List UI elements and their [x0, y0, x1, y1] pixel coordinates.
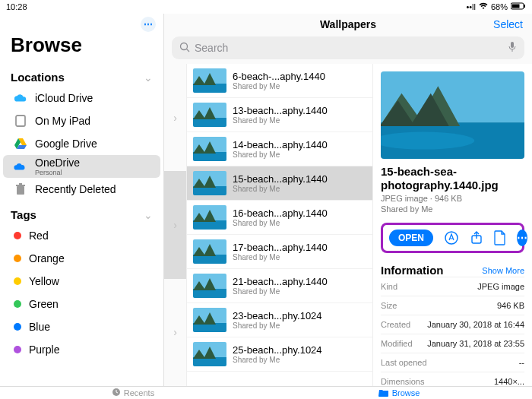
tag-red[interactable]: Red: [3, 224, 160, 247]
tag-blue[interactable]: Blue: [3, 315, 160, 338]
tag-purple[interactable]: Purple: [3, 338, 160, 361]
detail-pane: 15-beach-sea-photography.1440.jpg JPEG i…: [372, 64, 532, 386]
detail-shared: Shared by Me: [381, 204, 524, 214]
share-icon[interactable]: [470, 230, 483, 246]
file-thumbnail: [193, 171, 226, 195]
info-key: Last opened: [381, 358, 427, 367]
tag-dot-icon: [14, 323, 21, 331]
index-column: › › ›: [164, 64, 187, 386]
info-key: Kind: [381, 282, 397, 291]
sidebar-item-icloud-drive[interactable]: iCloud Drive: [3, 87, 160, 109]
sidebar-item-on-my-ipad[interactable]: On My iPad: [3, 109, 160, 132]
file-row[interactable]: 25-beach...phy.1024 Shared by Me: [187, 337, 372, 372]
file-sub: Shared by Me: [233, 82, 325, 90]
info-row: ModifiedJanuary 31, 2018 at 23:55: [381, 334, 524, 353]
trash-icon: [14, 182, 27, 196]
tags-header[interactable]: Tags ⌄: [0, 201, 163, 224]
info-value: 1440×...: [494, 377, 524, 386]
search-icon: [179, 42, 190, 55]
tag-label: Green: [29, 298, 59, 310]
file-thumbnail: [193, 308, 226, 332]
sidebar-item-onedrive[interactable]: OneDrivePersonal: [3, 155, 160, 178]
file-thumbnail: [193, 68, 226, 93]
tag-orange[interactable]: Orange: [3, 247, 160, 270]
battery-pct: 68%: [491, 2, 508, 11]
chevron-down-icon: ⌄: [144, 209, 153, 221]
file-sub: Shared by Me: [233, 321, 322, 330]
file-name: 14-beach...aphy.1440: [233, 139, 328, 150]
file-row[interactable]: 15-beach...aphy.1440 Shared by Me: [187, 166, 372, 201]
sidebar-item-google-drive[interactable]: Google Drive: [3, 132, 160, 155]
sidebar-item-recently-deleted[interactable]: Recently Deleted: [3, 178, 160, 201]
info-value: --: [519, 358, 524, 367]
folder-title: Wallpapers: [320, 18, 376, 30]
tag-green[interactable]: Green: [3, 293, 160, 315]
sidebar-item-label: OneDrive: [35, 157, 80, 169]
tab-bar: Recents Browse: [0, 386, 532, 399]
info-row: Size946 KB: [381, 296, 524, 315]
tab-recents[interactable]: Recents: [0, 387, 266, 399]
tag-yellow[interactable]: Yellow: [3, 270, 160, 293]
info-key: Modified: [381, 339, 413, 348]
info-value: 946 KB: [497, 301, 524, 310]
file-row[interactable]: 23-beach...phy.1024 Shared by Me: [187, 303, 372, 337]
file-sub: Shared by Me: [233, 287, 328, 296]
tab-browse[interactable]: Browse: [266, 387, 532, 399]
svg-point-7: [181, 43, 188, 49]
file-row[interactable]: 21-beach...aphy.1440 Shared by Me: [187, 269, 372, 303]
info-row: Last opened--: [381, 353, 524, 372]
search-placeholder: Search: [195, 42, 228, 54]
file-thumbnail: [193, 103, 226, 127]
tag-dot-icon: [14, 255, 21, 262]
locations-header[interactable]: Locations ⌄: [0, 63, 163, 87]
file-sub: Shared by Me: [233, 185, 328, 193]
file-name: 16-beach...aphy.1440: [233, 207, 328, 219]
file-sub: Shared by Me: [233, 116, 328, 125]
preview-image[interactable]: [381, 71, 524, 159]
document-icon[interactable]: [494, 230, 506, 246]
mic-icon[interactable]: [508, 41, 517, 55]
status-time: 10:28: [6, 2, 27, 11]
ipad-icon: [14, 114, 27, 128]
browse-title: Browse: [0, 32, 163, 63]
info-value: January 31, 2018 at 23:55: [427, 339, 524, 348]
sidebar-item-label: Recently Deleted: [35, 183, 116, 195]
file-row[interactable]: 14-beach...aphy.1440 Shared by Me: [187, 132, 372, 166]
file-sub: Shared by Me: [233, 356, 322, 364]
cloud-icon: [14, 91, 27, 105]
svg-line-8: [187, 49, 190, 52]
wifi-icon: [479, 2, 488, 11]
info-key: Dimensions: [381, 377, 424, 386]
file-row[interactable]: 6-beach-...aphy.1440 Shared by Me: [187, 64, 372, 98]
file-row[interactable]: 13-beach...aphy.1440 Shared by Me: [187, 98, 372, 132]
file-thumbnail: [193, 274, 226, 298]
svg-rect-9: [511, 42, 514, 48]
svg-rect-6: [19, 183, 22, 185]
chevron-down-icon: ⌄: [144, 71, 153, 84]
markup-icon[interactable]: [444, 230, 459, 246]
info-row: Dimensions1440×...: [381, 372, 524, 386]
sidebar-item-label: iCloud Drive: [35, 92, 93, 104]
info-value: January 30, 2018 at 16:44: [427, 320, 524, 329]
sidebar-item-label: Google Drive: [35, 138, 97, 150]
search-input[interactable]: Search: [172, 36, 524, 59]
file-row[interactable]: 16-beach...aphy.1440 Shared by Me: [187, 201, 372, 235]
info-row: CreatedJanuary 30, 2018 at 16:44: [381, 315, 524, 334]
more-icon[interactable]: ⋯: [517, 230, 527, 246]
file-thumbnail: [193, 239, 226, 264]
file-name: 23-beach...phy.1024: [233, 310, 322, 321]
status-bar: 10:28 ••ll 68%: [0, 0, 532, 14]
file-name: 17-beach...aphy.1440: [233, 242, 328, 253]
tag-dot-icon: [14, 300, 21, 308]
sidebar-more-button[interactable]: ⋯: [141, 17, 156, 32]
info-value: JPEG image: [477, 282, 524, 291]
sidebar-item-label: On My iPad: [35, 115, 90, 127]
content-pane: Wallpapers Select Search › › › 6-beach-.…: [164, 14, 532, 386]
tag-label: Red: [29, 230, 49, 242]
open-button[interactable]: OPEN: [389, 230, 433, 246]
tag-label: Blue: [29, 321, 50, 333]
file-row[interactable]: 17-beach...aphy.1440 Shared by Me: [187, 235, 372, 269]
select-button[interactable]: Select: [493, 14, 523, 35]
tag-label: Orange: [29, 252, 65, 264]
show-more-button[interactable]: Show More: [482, 266, 524, 275]
